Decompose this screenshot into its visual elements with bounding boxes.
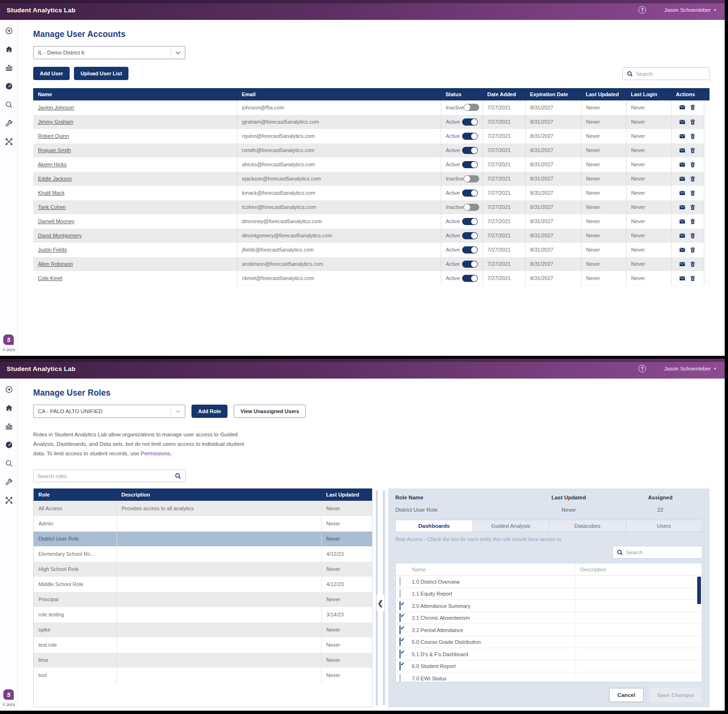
table-scrollbar-track[interactable]: [704, 172, 710, 186]
home-icon[interactable]: [5, 45, 13, 54]
role-row[interactable]: role testing3/14/23: [34, 607, 372, 622]
user-name-link[interactable]: Jaylon Johnson: [38, 105, 74, 110]
user-name-link[interactable]: Khalil Mack: [38, 190, 64, 196]
entity-checkbox[interactable]: [400, 589, 400, 598]
user-name-link[interactable]: Darnell Mooney: [38, 218, 74, 224]
send-email-icon[interactable]: [679, 218, 685, 225]
dashboard-icon[interactable]: [5, 441, 13, 449]
role-row[interactable]: Elementary School Ro...4/12/23: [34, 546, 372, 561]
role-row[interactable]: District User RoleNever: [34, 531, 372, 546]
table-scrollbar-track[interactable]: [704, 115, 710, 129]
table-scrollbar-track[interactable]: [704, 88, 710, 100]
status-toggle[interactable]: [462, 161, 478, 168]
status-toggle[interactable]: [462, 133, 478, 140]
admin-tools-icon[interactable]: [5, 137, 13, 146]
user-name-link[interactable]: Allen Robinson: [38, 261, 73, 267]
view-unassigned-users-button[interactable]: View Unassigned Users: [234, 405, 306, 418]
delete-user-icon[interactable]: [690, 218, 696, 225]
role-row[interactable]: spikeNever: [34, 622, 372, 637]
district-selector[interactable]: IL - Demo District 6: [33, 46, 185, 59]
delete-user-icon[interactable]: [690, 162, 696, 168]
send-email-icon[interactable]: [679, 176, 685, 182]
district-selector[interactable]: CA - PALO ALTO UNIFIED: [33, 405, 185, 418]
delete-user-icon[interactable]: [690, 233, 696, 239]
table-scrollbar-track[interactable]: [704, 100, 710, 115]
cancel-button[interactable]: Cancel: [609, 688, 644, 702]
add-role-button[interactable]: Add Role: [191, 405, 228, 418]
status-toggle[interactable]: [462, 218, 478, 225]
send-email-icon[interactable]: [679, 133, 685, 139]
status-toggle[interactable]: [462, 246, 478, 253]
entity-checkbox[interactable]: [400, 674, 400, 683]
status-toggle[interactable]: [462, 232, 478, 239]
entity-checkbox[interactable]: [400, 650, 400, 659]
user-name-link[interactable]: Jimmy Graham: [38, 119, 73, 125]
search-nav-icon[interactable]: [5, 100, 13, 109]
role-row[interactable]: timeNever: [34, 652, 372, 668]
scrollbar-thumb[interactable]: [697, 577, 701, 604]
search-roles-input[interactable]: [37, 473, 172, 479]
role-row[interactable]: toolNever: [34, 668, 372, 683]
table-scrollbar-track[interactable]: [704, 143, 710, 157]
send-email-icon[interactable]: [679, 204, 685, 210]
role-row[interactable]: High School RoleNever: [34, 561, 372, 577]
table-scrollbar-track[interactable]: [704, 157, 710, 172]
entity-checkbox[interactable]: [400, 625, 400, 634]
table-scrollbar-track[interactable]: [704, 257, 710, 271]
user-name-link[interactable]: Roquan Smith: [38, 147, 71, 153]
send-email-icon[interactable]: [679, 247, 685, 253]
tab-users[interactable]: Users: [626, 520, 702, 532]
status-toggle[interactable]: [462, 275, 478, 282]
entity-checkbox[interactable]: [400, 637, 400, 646]
bar-chart-icon[interactable]: [5, 63, 13, 72]
role-row[interactable]: Middle School Role4/12/23: [34, 577, 372, 592]
status-toggle[interactable]: [464, 175, 479, 182]
collapse-panel-icon[interactable]: ❮: [376, 595, 384, 611]
send-email-icon[interactable]: [679, 162, 685, 168]
help-icon[interactable]: ?: [638, 6, 646, 14]
role-row[interactable]: AdminNever: [34, 516, 372, 531]
user-name-link[interactable]: Tarik Cohen: [38, 204, 66, 210]
upload-user-list-button[interactable]: Upload User List: [74, 67, 128, 80]
bar-chart-icon[interactable]: [5, 422, 13, 431]
user-name-link[interactable]: Robert Quinn: [38, 133, 69, 139]
delete-user-icon[interactable]: [690, 247, 696, 253]
tab-guided-analysis[interactable]: Guided Analysis: [473, 520, 549, 532]
table-scrollbar-track[interactable]: [704, 186, 710, 200]
entity-checkbox[interactable]: [400, 613, 400, 622]
delete-user-icon[interactable]: [690, 147, 696, 154]
table-scrollbar-track[interactable]: [704, 214, 710, 228]
send-email-icon[interactable]: [679, 261, 685, 267]
status-toggle[interactable]: [464, 104, 479, 111]
delete-user-icon[interactable]: [690, 104, 696, 110]
tab-datacubes[interactable]: Datacubes: [549, 520, 626, 532]
send-email-icon[interactable]: [679, 233, 685, 239]
tab-dashboards[interactable]: Dashboards: [396, 520, 473, 532]
save-changes-button[interactable]: Save Changes: [650, 688, 701, 702]
role-row[interactable]: PrincipalNever: [34, 592, 372, 607]
status-toggle[interactable]: [462, 190, 478, 197]
send-email-icon[interactable]: [679, 275, 685, 281]
delete-user-icon[interactable]: [690, 261, 696, 267]
table-scrollbar-track[interactable]: [704, 129, 710, 143]
delete-user-icon[interactable]: [690, 190, 696, 196]
status-toggle[interactable]: [464, 204, 479, 211]
status-toggle[interactable]: [462, 261, 478, 268]
entity-checkbox[interactable]: [400, 661, 400, 670]
delete-user-icon[interactable]: [690, 119, 696, 125]
user-name-link[interactable]: Justin Fields: [38, 247, 67, 253]
admin-tools-icon[interactable]: [5, 496, 13, 505]
delete-user-icon[interactable]: [690, 204, 696, 210]
status-toggle[interactable]: [462, 118, 478, 126]
expand-sidebar-icon[interactable]: [5, 27, 13, 35]
entity-search-input[interactable]: [626, 550, 698, 555]
user-menu[interactable]: Jason Schoenleber ▾: [664, 366, 716, 371]
delete-user-icon[interactable]: [690, 133, 696, 139]
status-toggle[interactable]: [462, 147, 478, 154]
user-name-link[interactable]: David Montgomery: [38, 233, 82, 238]
send-email-icon[interactable]: [679, 147, 685, 154]
delete-user-icon[interactable]: [690, 275, 696, 281]
delete-user-icon[interactable]: [690, 176, 696, 182]
user-menu[interactable]: Jason Schoenleber ▾: [664, 7, 716, 13]
entity-checkbox[interactable]: [400, 601, 400, 610]
